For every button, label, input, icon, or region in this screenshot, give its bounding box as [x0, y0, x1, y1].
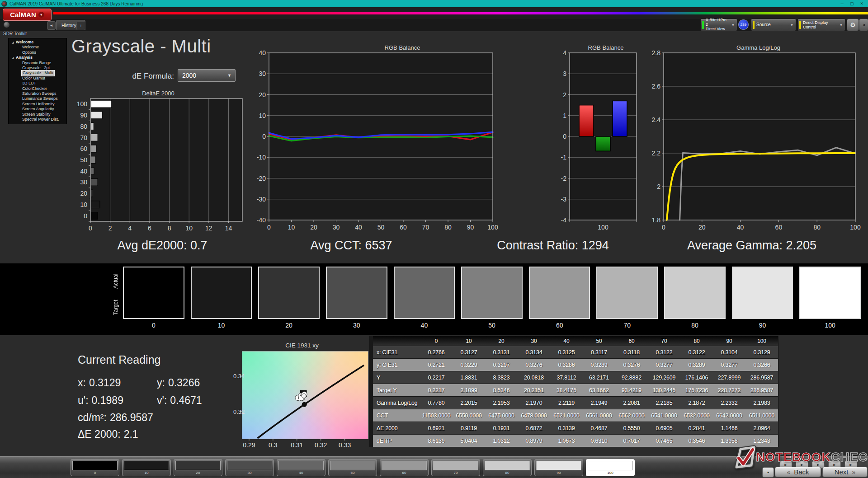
table-cell: 2.2015 — [453, 397, 485, 409]
row-label: x: CIE31 — [373, 346, 420, 358]
table-cell: 0.3286 — [550, 359, 583, 371]
swatch-actual — [530, 267, 590, 293]
sidebar-item-grayscale-2pt[interactable]: Grayscale - 2pt — [9, 66, 66, 70]
table-cell: 0.3129 — [745, 346, 778, 358]
svg-text:-4: -4 — [561, 216, 567, 224]
table-cell: 6642.0000 — [713, 409, 745, 422]
tree-expander-icon[interactable]: ◢ — [12, 40, 14, 45]
swatch-target — [665, 293, 725, 318]
sidebar-item-screen-angularity[interactable]: Screen Angularity — [9, 107, 66, 112]
table-cell: 6532.0000 — [680, 409, 713, 422]
sidebar-item-options[interactable]: Options — [9, 50, 66, 55]
pattern-button-50[interactable]: 50 — [328, 459, 377, 476]
tree-expander-icon[interactable]: ◢ — [12, 56, 14, 61]
table-cell: 63.1662 — [583, 384, 615, 396]
table-cell: 6511.0000 — [745, 409, 778, 422]
pattern-button-60[interactable]: 60 — [380, 459, 429, 476]
pattern-button-40[interactable]: 40 — [277, 459, 326, 476]
svg-text:20: 20 — [310, 224, 317, 231]
table-cell: 0.2721 — [420, 359, 453, 371]
source-label: Source — [756, 22, 788, 28]
svg-text:100: 100 — [487, 224, 498, 231]
chevron-down-icon: ▼ — [790, 23, 793, 27]
next-button[interactable]: Next » — [822, 467, 868, 477]
sidebar-item-dynamic-range[interactable]: Dynamic Range — [9, 61, 66, 66]
table-cell: 0.7780 — [420, 397, 453, 409]
calman-menu-button[interactable]: CalMAN ▾ — [3, 9, 52, 21]
tree-group-welcome[interactable]: ◢Welcome — [9, 40, 66, 45]
maximize-icon[interactable]: ▢ — [850, 1, 854, 6]
swatch-target — [327, 293, 387, 318]
pattern-button-20[interactable]: 20 — [174, 459, 222, 476]
grayscale-swatch-70 — [596, 267, 658, 319]
pattern-button-10[interactable]: 10 — [122, 459, 171, 476]
deltae-chart: 024681012140102030405060708090100 — [72, 96, 244, 231]
svg-text:0: 0 — [267, 224, 271, 231]
minimize-icon[interactable]: ─ — [841, 1, 844, 6]
workspace-dot-button[interactable] — [4, 22, 9, 28]
stop-button[interactable]: ▪ — [762, 467, 774, 478]
back-button[interactable]: « Back — [775, 467, 821, 477]
display-control-dropdown[interactable]: Direct Display Control ▼ — [797, 19, 845, 31]
svg-text:30: 30 — [333, 224, 340, 231]
new-tab-button[interactable]: + — [76, 21, 85, 30]
sidebar-item-welcome[interactable]: Welcome — [9, 45, 66, 50]
table-cell: 130.2445 — [648, 384, 680, 396]
svg-text:90: 90 — [80, 112, 87, 119]
collapse-left-icon[interactable]: ◄ — [47, 21, 56, 30]
display-control-status-stripe — [799, 21, 801, 29]
svg-text:40: 40 — [737, 224, 744, 231]
cie-chart: CIE 1931 xy 0.290.30.310.320.330.340.32 — [234, 341, 370, 454]
sidebar-item-spectral-power-dist-[interactable]: Spectral Power Dist. — [9, 117, 66, 122]
sidebar-item-screen-uniformity[interactable]: Screen Uniformity — [9, 102, 66, 107]
pattern-button-80[interactable]: 80 — [483, 459, 532, 476]
pattern-button-70[interactable]: 70 — [431, 459, 480, 476]
swatch-actual — [800, 267, 860, 293]
svg-text:2: 2 — [657, 183, 660, 190]
table-cell: 0.3125 — [550, 346, 583, 358]
table-cell: 2.1872 — [680, 397, 713, 409]
luminance-value: 286.9587 — [110, 412, 153, 423]
pattern-swatch — [330, 461, 375, 470]
table-header-cell: 0 — [420, 336, 453, 346]
sidebar-item-3d-lut[interactable]: 3D LUT — [9, 81, 66, 86]
pattern-button-90[interactable]: 90 — [534, 459, 583, 476]
table-cell: 0.3266 — [745, 359, 778, 371]
de-formula-dropdown[interactable]: 2000 ▼ — [178, 69, 236, 82]
row-label: y: CIE31 — [373, 359, 420, 371]
rainbow-strip — [53, 12, 868, 14]
table-header-cell: 40 — [550, 336, 583, 346]
table-cell: 1.8831 — [453, 371, 485, 384]
sidebar-item-screen-stability[interactable]: Screen Stability — [9, 112, 66, 117]
chevron-down-icon: ▾ — [38, 12, 44, 18]
sidebar-item-colorchecker[interactable]: ColorChecker — [9, 86, 66, 91]
sidebar-item-color-gamut[interactable]: Color Gamut — [9, 76, 66, 81]
app-icon — [1, 1, 7, 7]
gear-icon[interactable]: ⚙ — [847, 19, 859, 31]
sidebar-item-saturation-sweeps[interactable]: Saturation Sweeps — [9, 91, 66, 96]
table-cell: 0.3229 — [453, 359, 485, 371]
svg-text:10: 10 — [185, 225, 193, 232]
tree-group-analysis[interactable]: ◢Analysis — [9, 55, 66, 60]
grayscale-swatch-80 — [664, 267, 726, 319]
svg-text:0: 0 — [563, 133, 566, 140]
pattern-button-0[interactable]: 0 — [71, 459, 119, 476]
pattern-button-30[interactable]: 30 — [225, 459, 274, 476]
grayscale-swatch-0 — [123, 267, 184, 319]
table-cell: 0.3122 — [680, 346, 713, 358]
close-icon[interactable]: ✕ — [860, 1, 863, 6]
sidebar-item-grayscale-multi[interactable]: Grayscale - Multi — [22, 70, 54, 75]
grayscale-swatch-10 — [191, 267, 252, 319]
pattern-button-100[interactable]: 100 — [586, 459, 635, 476]
swatch-label: 30 — [326, 322, 387, 329]
table-cell: 0.3131 — [485, 346, 518, 358]
table-cell: 0.2766 — [420, 346, 453, 358]
pattern-label: 80 — [485, 470, 530, 475]
source-dropdown[interactable]: Source ▼ — [751, 19, 796, 31]
meter-dropdown[interactable]: X-Rite i1Pro 2 Direct View ▼ — [700, 19, 737, 31]
swatch-actual — [733, 267, 793, 293]
table-header-cell: 70 — [648, 336, 680, 346]
collapse-right-icon[interactable]: ◄ — [859, 19, 868, 31]
cie-overlay — [242, 351, 368, 438]
sidebar-item-luminance-sweeps[interactable]: Luminance Sweeps — [9, 96, 66, 101]
